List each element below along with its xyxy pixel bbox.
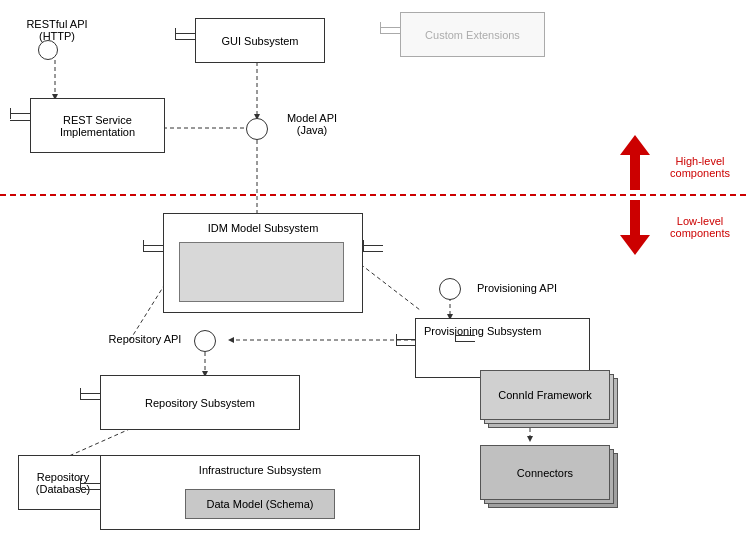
- custom-extensions-box: Custom Extensions: [400, 12, 545, 57]
- svg-marker-22: [620, 135, 650, 190]
- high-level-arrow: [620, 135, 650, 192]
- high-level-label: High-level components: [655, 155, 745, 179]
- gui-subsystem-box: GUI Subsystem: [195, 18, 325, 63]
- svg-line-9: [355, 260, 420, 310]
- model-api-label: Model API(Java): [272, 112, 352, 136]
- restful-api-label: RESTful API(HTTP): [22, 18, 92, 42]
- repository-api-circle: [194, 330, 216, 352]
- infrastructure-box: Infrastructure Subsystem Data Model (Sch…: [100, 455, 420, 530]
- low-level-label: Low-level components: [655, 215, 745, 239]
- provisioning-subsystem-box: Provisioning Subsystem: [415, 318, 590, 378]
- rest-service-box: REST ServiceImplementation: [30, 98, 165, 153]
- repository-api-label: Repository API: [100, 333, 190, 345]
- svg-marker-20: [527, 436, 533, 442]
- svg-marker-23: [620, 200, 650, 255]
- provisioning-api-circle: [439, 278, 461, 300]
- restful-api-circle: [38, 40, 58, 60]
- repository-subsystem-box: Repository Subsystem: [100, 375, 300, 430]
- svg-marker-13: [228, 337, 234, 343]
- architecture-diagram: RESTful API(HTTP) REST ServiceImplementa…: [0, 0, 748, 541]
- model-api-circle: [246, 118, 268, 140]
- idm-model-box: IDM Model Subsystem: [163, 213, 363, 313]
- provisioning-api-label: Provisioning API: [467, 282, 567, 294]
- low-level-arrow: [620, 200, 650, 257]
